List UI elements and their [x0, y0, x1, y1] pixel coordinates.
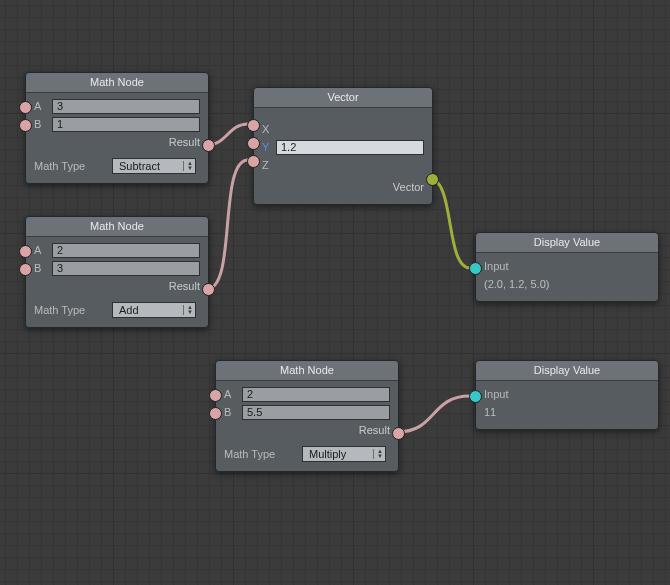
- port-input-a[interactable]: [19, 245, 32, 258]
- input-label: Input: [484, 388, 562, 400]
- display-value-node-2[interactable]: Display Value Input 11: [475, 360, 659, 430]
- input-b-label: B: [34, 262, 52, 274]
- display-value-text: 11: [484, 403, 650, 421]
- port-input-y[interactable]: [247, 137, 260, 150]
- math-node-3[interactable]: Math Node A B Result Math Type Multiply …: [215, 360, 399, 472]
- dropdown-arrows-icon: ▲▼: [373, 449, 383, 459]
- node-title: Math Node: [216, 361, 398, 381]
- math-node-2[interactable]: Math Node A B Result Math Type Add ▲▼: [25, 216, 209, 328]
- input-b-field[interactable]: [52, 117, 200, 132]
- vector-node[interactable]: Vector X Y Z Vector: [253, 87, 433, 205]
- result-output-label: Result: [34, 133, 200, 151]
- port-input-a[interactable]: [19, 101, 32, 114]
- input-b-label: B: [224, 406, 242, 418]
- port-input[interactable]: [469, 390, 482, 403]
- port-output-result[interactable]: [202, 283, 215, 296]
- vector-output-label: Vector: [262, 178, 424, 196]
- math-type-label: Math Type: [34, 304, 112, 316]
- math-type-label: Math Type: [34, 160, 112, 172]
- port-output-result[interactable]: [392, 427, 405, 440]
- port-input[interactable]: [469, 262, 482, 275]
- node-title: Math Node: [26, 73, 208, 93]
- node-editor-canvas[interactable]: Math Node A B Result Math Type Subtract …: [0, 0, 670, 585]
- port-output-result[interactable]: [202, 139, 215, 152]
- input-a-field[interactable]: [242, 387, 390, 402]
- math-type-dropdown[interactable]: Add ▲▼: [112, 302, 196, 318]
- input-y-field[interactable]: [276, 140, 424, 155]
- input-b-label: B: [34, 118, 52, 130]
- display-value-text: (2.0, 1.2, 5.0): [484, 275, 650, 293]
- input-a-label: A: [34, 100, 52, 112]
- math-type-dropdown[interactable]: Multiply ▲▼: [302, 446, 386, 462]
- input-a-label: A: [224, 388, 242, 400]
- node-title: Display Value: [476, 233, 658, 253]
- port-input-x[interactable]: [247, 119, 260, 132]
- result-output-label: Result: [34, 277, 200, 295]
- math-type-label: Math Type: [224, 448, 302, 460]
- port-input-b[interactable]: [19, 263, 32, 276]
- port-input-b[interactable]: [19, 119, 32, 132]
- node-title: Display Value: [476, 361, 658, 381]
- port-output-vector[interactable]: [426, 173, 439, 186]
- result-output-label: Result: [224, 421, 390, 439]
- input-x-label: X: [262, 123, 332, 135]
- input-a-field[interactable]: [52, 99, 200, 114]
- input-b-field[interactable]: [52, 261, 200, 276]
- port-input-b[interactable]: [209, 407, 222, 420]
- input-a-label: A: [34, 244, 52, 256]
- node-title: Math Node: [26, 217, 208, 237]
- input-a-field[interactable]: [52, 243, 200, 258]
- node-title: Vector: [254, 88, 432, 108]
- input-z-label: Z: [262, 159, 332, 171]
- port-input-a[interactable]: [209, 389, 222, 402]
- display-value-node-1[interactable]: Display Value Input (2.0, 1.2, 5.0): [475, 232, 659, 302]
- input-label: Input: [484, 260, 562, 272]
- math-type-dropdown[interactable]: Subtract ▲▼: [112, 158, 196, 174]
- port-input-z[interactable]: [247, 155, 260, 168]
- math-node-1[interactable]: Math Node A B Result Math Type Subtract …: [25, 72, 209, 184]
- input-b-field[interactable]: [242, 405, 390, 420]
- dropdown-arrows-icon: ▲▼: [183, 305, 193, 315]
- dropdown-arrows-icon: ▲▼: [183, 161, 193, 171]
- input-y-label: Y: [262, 141, 276, 153]
